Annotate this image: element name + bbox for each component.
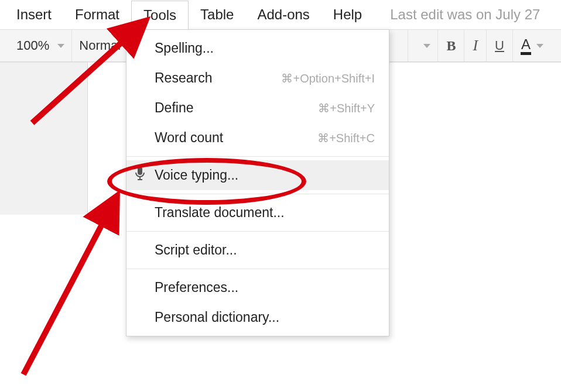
menu-table[interactable]: Table: [189, 1, 245, 29]
menu-item-define[interactable]: Define ⌘+Shift+Y: [126, 93, 389, 123]
menu-format[interactable]: Format: [63, 1, 131, 29]
last-edit-text: Last edit was on July 27: [374, 6, 540, 23]
menu-item-script-editor[interactable]: Script editor...: [126, 235, 389, 265]
menu-separator: [126, 194, 389, 194]
chevron-down-icon: [423, 44, 430, 48]
menu-insert[interactable]: Insert: [5, 1, 63, 29]
chevron-down-icon: [536, 44, 543, 48]
menu-separator: [126, 156, 389, 157]
font-style-caret[interactable]: [408, 30, 437, 61]
menu-help[interactable]: Help: [321, 1, 374, 29]
zoom-value: 100%: [16, 38, 49, 53]
menu-item-spelling[interactable]: Spelling...: [126, 33, 389, 63]
menu-item-preferences[interactable]: Preferences...: [126, 273, 389, 302]
bold-button[interactable]: B: [437, 30, 464, 61]
menu-item-translate-document[interactable]: Translate document...: [126, 198, 389, 228]
menu-separator: [126, 269, 389, 269]
microphone-icon: [135, 167, 145, 184]
text-color-button[interactable]: A: [512, 30, 552, 61]
menu-separator: [126, 231, 389, 232]
menu-item-word-count[interactable]: Word count ⌘+Shift+C: [126, 123, 389, 153]
menu-item-voice-typing[interactable]: Voice typing...: [126, 160, 389, 190]
menu-tools[interactable]: Tools: [131, 1, 189, 29]
svg-rect-0: [138, 167, 142, 175]
left-gutter: [0, 63, 88, 215]
menu-addons[interactable]: Add-ons: [245, 1, 321, 29]
chevron-down-icon: [57, 44, 64, 48]
zoom-selector[interactable]: 100%: [9, 30, 71, 61]
underline-button[interactable]: U: [486, 30, 512, 61]
tools-dropdown: Spelling... Research ⌘+Option+Shift+I De…: [126, 29, 389, 336]
menu-item-personal-dictionary[interactable]: Personal dictionary...: [126, 302, 389, 332]
menubar: Insert Format Tools Table Add-ons Help L…: [0, 0, 561, 29]
menu-item-research[interactable]: Research ⌘+Option+Shift+I: [126, 63, 389, 93]
color-swatch: [521, 52, 531, 55]
italic-button[interactable]: I: [464, 30, 486, 61]
